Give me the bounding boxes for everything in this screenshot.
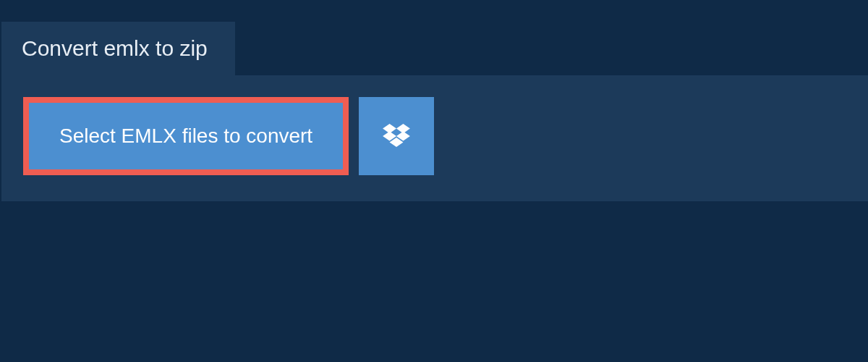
select-files-highlight: Select EMLX files to convert — [23, 97, 349, 175]
button-row: Select EMLX files to convert — [23, 97, 846, 175]
dropbox-button[interactable] — [359, 97, 434, 175]
tab-header: Convert emlx to zip — [1, 22, 235, 75]
page-title: Convert emlx to zip — [22, 36, 208, 61]
dropbox-icon — [383, 124, 410, 148]
select-files-button[interactable]: Select EMLX files to convert — [29, 103, 343, 169]
content-panel: Select EMLX files to convert — [1, 75, 868, 201]
